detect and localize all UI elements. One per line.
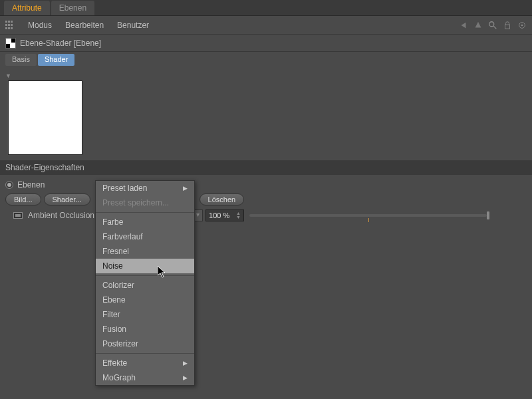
menu-label: Preset speichern... xyxy=(102,198,169,207)
lock-icon[interactable] xyxy=(503,21,512,30)
nav-up-icon[interactable] xyxy=(473,21,483,30)
properties-area: Ebenen Bild... Shader... Löschen Ambient… xyxy=(0,175,532,227)
search-icon[interactable] xyxy=(488,21,497,30)
menu-separator xyxy=(96,212,194,213)
layer-thumb-icon[interactable] xyxy=(13,212,23,219)
tab-ebenen[interactable]: Ebenen xyxy=(51,1,94,15)
sub-tabs: Basis Shader xyxy=(0,52,532,68)
opacity-slider[interactable] xyxy=(249,214,487,217)
menu-label: MoGraph xyxy=(102,373,136,382)
preview-area: ▼ xyxy=(0,68,532,160)
menu-fusion[interactable]: Fusion xyxy=(96,322,194,336)
opacity-value: 100 % xyxy=(209,211,229,219)
menu-bar: Modus Bearbeiten Benutzer xyxy=(0,16,532,35)
shader-context-menu: Preset laden ▶ Preset speichern... Farbe… xyxy=(95,180,195,386)
menu-colorizer[interactable]: Colorizer xyxy=(96,278,194,293)
shader-preview[interactable] xyxy=(8,80,82,155)
disclosure-triangle[interactable]: ▼ xyxy=(5,72,11,79)
section-header: Shader-Eigenschaften xyxy=(0,160,532,175)
breadcrumb-text: Ebene-Shader [Ebene] xyxy=(20,39,101,48)
menu-modus[interactable]: Modus xyxy=(21,18,59,33)
menu-effekte[interactable]: Effekte ▶ xyxy=(96,356,194,370)
shader-button[interactable]: Shader... xyxy=(44,194,90,205)
target-icon[interactable] xyxy=(517,21,527,30)
menu-separator xyxy=(96,353,194,354)
menu-bearbeiten[interactable]: Bearbeiten xyxy=(59,18,110,33)
svg-point-4 xyxy=(521,24,523,26)
subtab-shader[interactable]: Shader xyxy=(38,54,74,66)
svg-rect-2 xyxy=(505,25,510,29)
submenu-arrow-icon: ▶ xyxy=(183,374,188,381)
menu-posterizer[interactable]: Posterizer xyxy=(96,336,194,351)
slider-thumb[interactable] xyxy=(487,211,489,219)
subtab-basis[interactable]: Basis xyxy=(5,54,37,66)
menu-mograph[interactable]: MoGraph ▶ xyxy=(96,370,194,385)
bild-button[interactable]: Bild... xyxy=(5,194,41,205)
slider-mark xyxy=(368,218,369,222)
top-tabs: Attribute Ebenen xyxy=(0,0,532,16)
menu-filter[interactable]: Filter xyxy=(96,307,194,322)
stepper-icon[interactable]: ▲▼ xyxy=(236,211,241,219)
tab-attribute[interactable]: Attribute xyxy=(4,1,50,15)
submenu-arrow-icon: ▶ xyxy=(183,360,188,366)
menu-preset-speichern: Preset speichern... xyxy=(96,196,194,210)
opacity-field[interactable]: 100 % ▲▼ xyxy=(205,209,244,221)
shader-layer-icon xyxy=(5,38,16,49)
radio-ebenen[interactable] xyxy=(5,181,13,189)
nav-back-icon[interactable] xyxy=(459,21,468,30)
menu-benutzer[interactable]: Benutzer xyxy=(110,18,156,33)
svg-line-1 xyxy=(493,25,496,28)
menu-fresnel[interactable]: Fresnel xyxy=(96,244,194,259)
svg-point-0 xyxy=(489,21,494,26)
menu-farbe[interactable]: Farbe xyxy=(96,215,194,229)
menu-label: Preset laden xyxy=(102,184,147,193)
menu-ebene[interactable]: Ebene xyxy=(96,293,194,307)
menu-separator xyxy=(96,275,194,276)
menu-farbverlauf[interactable]: Farbverlauf xyxy=(96,229,194,244)
loeschen-button[interactable]: Löschen xyxy=(200,194,245,205)
breadcrumb: Ebene-Shader [Ebene] xyxy=(0,35,532,52)
grid-icon[interactable] xyxy=(5,21,15,30)
menu-preset-laden[interactable]: Preset laden ▶ xyxy=(96,181,194,196)
layer-name[interactable]: Ambient Occlusion xyxy=(28,211,94,220)
menu-noise[interactable]: Noise xyxy=(96,259,194,273)
menu-label: Effekte xyxy=(102,358,127,368)
submenu-arrow-icon: ▶ xyxy=(183,185,188,192)
radio-label: Ebenen xyxy=(17,180,45,190)
